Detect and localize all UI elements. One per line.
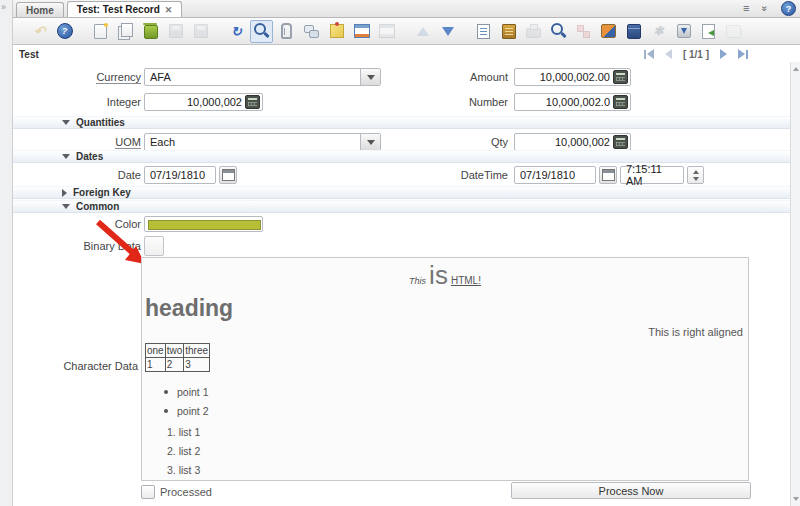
- close-icon[interactable]: ✕: [165, 5, 173, 15]
- toggle-grid-button[interactable]: [350, 20, 373, 43]
- page-title: Test: [13, 49, 39, 60]
- preview-center-line: This is HTML!: [142, 260, 748, 291]
- datetime-date-field[interactable]: 07/19/1810: [514, 166, 596, 184]
- grid-icon: [354, 24, 370, 38]
- archive-button[interactable]: [497, 20, 520, 43]
- tab-home[interactable]: Home: [16, 2, 64, 17]
- uom-combobox[interactable]: Each: [144, 133, 381, 151]
- date-calendar-button[interactable]: [219, 166, 237, 184]
- copy-record-button[interactable]: [114, 20, 137, 43]
- previous-record-button[interactable]: [665, 49, 672, 59]
- file-import-button[interactable]: [697, 20, 720, 43]
- last-record-button[interactable]: [738, 49, 748, 59]
- processed-label: Processed: [160, 486, 212, 498]
- tab-test-record[interactable]: Test: Test Record ✕: [67, 1, 183, 17]
- spinner-down-icon[interactable]: [693, 177, 699, 181]
- calendar-icon: [222, 169, 235, 181]
- tab-list-icon[interactable]: »: [759, 6, 772, 12]
- integer-field[interactable]: 10,000,002: [144, 93, 263, 111]
- datetime-time-field[interactable]: 7:15:11 AM: [620, 166, 684, 184]
- processed-checkbox[interactable]: [141, 485, 155, 499]
- calculator-icon[interactable]: [245, 95, 260, 109]
- report-icon: [477, 24, 490, 39]
- zoom-across-button[interactable]: [547, 20, 570, 43]
- check-requests-button[interactable]: [597, 20, 620, 43]
- table-cell: 3: [184, 358, 210, 372]
- scroll-down-icon[interactable]: [791, 494, 800, 504]
- table-cell: 2: [165, 358, 184, 372]
- section-foreign-key[interactable]: Foreign Key: [13, 186, 791, 199]
- menu-icon[interactable]: ≡: [743, 2, 749, 15]
- preview-bullet-list: point 1 point 2: [142, 386, 748, 417]
- next-record-button[interactable]: [720, 49, 727, 59]
- parent-record-button[interactable]: [411, 20, 434, 43]
- product-info-button[interactable]: [622, 20, 645, 43]
- currency-combobox[interactable]: AFA: [144, 68, 381, 86]
- section-dates[interactable]: Dates: [13, 150, 791, 163]
- section-dates-label: Dates: [76, 151, 103, 162]
- west-panel-expander[interactable]: »: [0, 0, 13, 506]
- preview-numbered-list: 1. list 1 2. list 2 3. list 3: [142, 426, 748, 476]
- process-now-label: Process Now: [599, 485, 664, 497]
- record-page-indicator: [ 1/1 ]: [683, 49, 709, 60]
- character-data-preview[interactable]: This is HTML! heading This is right alig…: [141, 257, 749, 481]
- active-workflows-button[interactable]: [572, 20, 595, 43]
- attachment-button[interactable]: [275, 20, 298, 43]
- section-common[interactable]: Common: [13, 200, 791, 213]
- help-button[interactable]: ?: [53, 20, 76, 43]
- binary-data-label: Binary Data: [13, 237, 141, 255]
- process-button-toolbar[interactable]: ✱: [647, 20, 670, 43]
- chat-button[interactable]: [300, 20, 323, 43]
- qty-field[interactable]: 10,000,002: [514, 133, 631, 151]
- preview-html-link[interactable]: HTML!: [451, 275, 481, 286]
- ignore-changes-button[interactable]: ↶: [28, 20, 51, 43]
- process-now-button[interactable]: Process Now: [511, 482, 751, 499]
- number-field[interactable]: 10,000,002.0: [514, 93, 631, 111]
- qty-value: 10,000,002: [555, 136, 610, 148]
- print-button[interactable]: [522, 20, 545, 43]
- first-record-button[interactable]: [644, 49, 654, 59]
- new-record-button[interactable]: [89, 20, 112, 43]
- expand-sidebar-icon[interactable]: »: [1, 2, 6, 12]
- post-it-button[interactable]: [325, 20, 348, 43]
- help-icon[interactable]: ?: [781, 1, 796, 16]
- detail-grid-button[interactable]: [375, 20, 398, 43]
- report-button[interactable]: [472, 20, 495, 43]
- color-picker-button[interactable]: [144, 216, 263, 232]
- amount-label: Amount: [369, 68, 508, 86]
- calculator-icon[interactable]: [613, 95, 628, 109]
- requery-button[interactable]: ↻: [225, 20, 248, 43]
- delete-record-button[interactable]: [139, 20, 162, 43]
- datetime-calendar-button[interactable]: [599, 166, 617, 184]
- date-field[interactable]: 07/19/1810: [144, 166, 216, 184]
- print-preview-button[interactable]: [722, 20, 745, 43]
- save-button[interactable]: [164, 20, 187, 43]
- table-cell: 1: [146, 358, 166, 372]
- qty-label: Qty: [369, 133, 508, 151]
- find-button[interactable]: [250, 20, 273, 43]
- table-header-cell: one: [146, 344, 166, 358]
- requests-icon: [601, 24, 616, 38]
- spinner-up-icon[interactable]: [693, 170, 699, 174]
- time-spinner[interactable]: [687, 166, 704, 184]
- gear-icon: ✱: [653, 25, 663, 37]
- vertical-scrollbar[interactable]: [790, 62, 800, 506]
- section-quantities[interactable]: Quantities: [13, 116, 791, 129]
- export-button[interactable]: [672, 20, 695, 43]
- binary-data-button[interactable]: [144, 236, 164, 256]
- save-and-create-button[interactable]: [189, 20, 212, 43]
- paperclip-icon: [281, 23, 292, 39]
- number-value: 10,000,002.0: [546, 96, 610, 108]
- currency-value: AFA: [145, 71, 176, 83]
- amount-value: 10,000,002.00: [540, 71, 610, 83]
- arrow-down-icon: [442, 27, 454, 36]
- scroll-up-icon[interactable]: [791, 64, 800, 74]
- zoom-across-icon: [551, 23, 563, 35]
- amount-field[interactable]: 10,000,002.00: [514, 68, 631, 86]
- table-header-row: one two three: [146, 344, 210, 358]
- detail-record-button[interactable]: [436, 20, 459, 43]
- calculator-icon[interactable]: [613, 70, 628, 84]
- list-item: point 1: [164, 386, 748, 398]
- calculator-icon[interactable]: [613, 135, 628, 149]
- tab-bar: Home Test: Test Record ✕ ≡ » ?: [13, 0, 800, 18]
